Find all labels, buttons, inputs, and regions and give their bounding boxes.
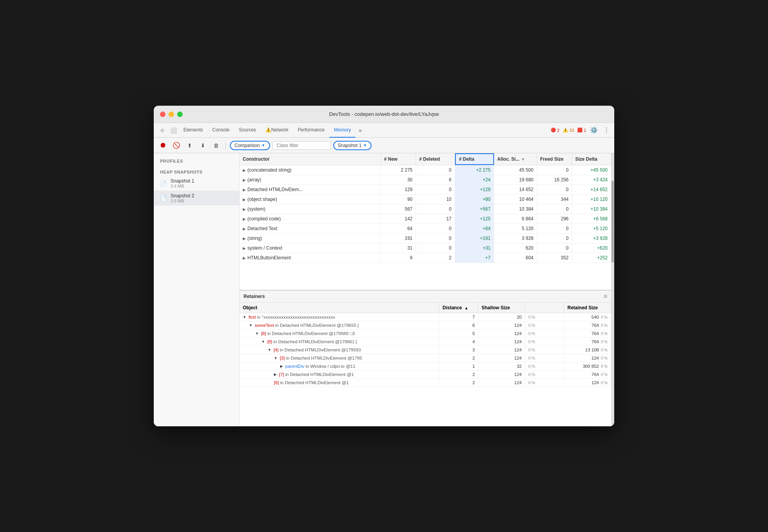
main-content: Profiles HEAP SNAPSHOTS 📄 Snapshot 1 3.4… — [154, 153, 614, 426]
upload-button[interactable]: ⬆ — [184, 140, 195, 151]
expand-icon[interactable]: ▶ — [274, 372, 277, 376]
table-row[interactable]: ▶ (string) 191 0 +191 3 928 0 +3 928 — [240, 234, 611, 243]
retainer-row[interactable]: ▶ parentDiv in Window / cdpn.io @11 1 32… — [240, 362, 611, 371]
clear-button[interactable]: 🚫 — [171, 140, 182, 151]
td-deleted: 17 — [416, 214, 455, 223]
window-title: DevTools - codepen.io/web-dot-dev/live/L… — [329, 111, 439, 117]
table-area: Constructor # New # Deleted # Delta Allo… — [240, 153, 611, 426]
more-tabs-button[interactable]: » — [356, 127, 365, 133]
expand-icon[interactable]: ▼ — [243, 315, 246, 319]
retainer-row[interactable]: [6] in Detached HTMLDivElement @1 2 124 … — [240, 379, 611, 387]
expand-icon[interactable]: ▼ — [274, 356, 277, 360]
expand-icon[interactable]: ▶ — [243, 217, 246, 221]
td-alloc: 14 652 — [494, 185, 537, 194]
expand-icon[interactable]: ▶ — [243, 256, 246, 260]
expand-icon[interactable]: ▼ — [261, 340, 265, 344]
table-row[interactable]: ▶ (system) 567 0 +567 10 384 0 +10 384 — [240, 204, 611, 214]
rtd-distance: 4 — [439, 338, 478, 346]
retainer-row[interactable]: ▼ someText in Detached HTMLDivElement @1… — [240, 321, 611, 330]
td-alloc: 5 120 — [494, 224, 537, 233]
td-constructor: ▶ HTMLButtonElement — [240, 253, 381, 262]
td-deleted: 0 — [416, 243, 455, 253]
rtd-distance: 7 — [439, 313, 478, 321]
table-row[interactable]: ▶ system / Context 31 0 +31 620 0 +620 — [240, 243, 611, 253]
td-freed: 344 — [537, 195, 572, 204]
tab-elements[interactable]: Elements — [179, 123, 208, 138]
settings-icon[interactable]: ⚙️ — [589, 126, 599, 135]
table-row[interactable]: ▶ (object shape) 90 10 +80 10 464 344 +1… — [240, 195, 611, 204]
more-options-icon[interactable]: ⋮ — [602, 126, 611, 135]
select-element-icon[interactable]: ⊹ — [157, 125, 168, 136]
rth-shallow-pct — [525, 303, 564, 313]
td-delta: +2 275 — [455, 165, 494, 175]
table-row[interactable]: ▶ (concatenated string) 2 275 0 +2 275 4… — [240, 165, 611, 175]
record-button[interactable]: ⏺ — [158, 140, 169, 151]
maximize-button[interactable] — [177, 112, 183, 117]
rtd-retained: 7640 % — [564, 321, 611, 329]
retainer-row[interactable]: ▼ [8] in Detached HTMLDivElement @179661… — [240, 338, 611, 346]
td-freed: 0 — [537, 185, 572, 194]
retainers-menu-icon[interactable]: ≡ — [604, 293, 607, 300]
expand-icon[interactable]: ▶ — [243, 227, 246, 231]
profiles-title: Profiles — [154, 157, 239, 165]
collect-garbage-icon[interactable]: 🗑 — [211, 140, 222, 151]
td-freed: 0 — [537, 224, 572, 233]
rth-shallow: Shallow Size — [478, 303, 525, 313]
tab-performance[interactable]: Performance — [293, 123, 329, 138]
minimize-button[interactable] — [169, 112, 174, 117]
download-button[interactable]: ⬇ — [197, 140, 208, 151]
retainer-row[interactable]: ▼ [4] in Detached HTMLDivElement @179593… — [240, 346, 611, 354]
table-row[interactable]: ▶ HTMLButtonElement 9 2 +7 604 352 +252 — [240, 253, 611, 263]
rtd-object: ▶ parentDiv in Window / cdpn.io @11 — [240, 362, 439, 370]
rtd-distance: 1 — [439, 362, 478, 370]
sidebar-item-snapshot2[interactable]: 📄 Snapshot 2 3.5 MB — [154, 191, 239, 206]
snapshot-dropdown[interactable]: Snapshot 1 ▼ — [333, 141, 372, 150]
expand-icon[interactable]: ▼ — [255, 332, 259, 335]
rtd-retained: 7640 % — [564, 338, 611, 346]
retainer-row[interactable]: ▶ [7] in Detached HTMLDivElement @1 2 12… — [240, 371, 611, 379]
rtd-shallow-pct: 0 % — [525, 346, 564, 354]
retainer-row[interactable]: ▼ [3] in Detached HTMLDivElement @1795 2… — [240, 354, 611, 362]
table-row[interactable]: ▶ Detached HTMLDivElem... 129 0 +129 14 … — [240, 185, 611, 195]
expand-icon[interactable]: ▶ — [243, 178, 246, 182]
tab-network[interactable]: ⚠️ Network — [261, 123, 293, 138]
rtd-shallow-pct: 0 % — [525, 379, 564, 387]
expand-icon[interactable]: ▼ — [268, 348, 271, 352]
comparison-dropdown[interactable]: Comparison ▼ — [230, 141, 270, 150]
table-row[interactable]: ▶ (compiled code) 142 17 +125 6 864 296 … — [240, 214, 611, 224]
expand-icon[interactable]: ▶ — [243, 246, 246, 250]
expand-icon[interactable]: ▶ — [243, 197, 246, 202]
rtd-shallow-pct: 0 % — [525, 321, 564, 329]
table-row[interactable]: ▶ (array) 30 6 +24 19 680 16 256 +3 424 — [240, 175, 611, 185]
th-delta[interactable]: # Delta — [455, 153, 494, 165]
rtd-object: ▼ someText in Detached HTMLDivElement @1… — [240, 321, 439, 329]
td-deleted: 0 — [416, 165, 455, 175]
td-new: 64 — [381, 224, 416, 233]
td-new: 31 — [381, 243, 416, 253]
retainer-row[interactable]: ▼ [8] in Detached HTMLDivElement @179589… — [240, 330, 611, 338]
rth-retained: Retained Size — [564, 303, 611, 313]
expand-icon[interactable]: ▶ — [243, 236, 246, 241]
expand-icon[interactable]: ▶ — [280, 364, 283, 368]
table-row[interactable]: ▶ Detached Text 64 0 +64 5 120 0 +5 120 — [240, 224, 611, 234]
td-delta: +31 — [455, 243, 494, 253]
td-constructor: ▶ Detached HTMLDivElem... — [240, 185, 381, 194]
retainer-row[interactable]: ▼ first in "xxxxxxxxxxxxxxxxxxxxxxxxxxxx… — [240, 313, 611, 321]
class-filter-input[interactable] — [272, 141, 331, 150]
rth-distance[interactable]: Distance▲ — [439, 303, 478, 313]
tab-console[interactable]: Console — [208, 123, 234, 138]
expand-icon[interactable]: ▼ — [249, 323, 252, 327]
close-button[interactable] — [160, 112, 165, 117]
expand-icon[interactable]: ▶ — [243, 207, 246, 211]
expand-icon[interactable]: ▶ — [243, 188, 246, 192]
expand-icon[interactable]: ▶ — [243, 168, 246, 172]
td-delta: +125 — [455, 214, 494, 223]
tab-sources[interactable]: Sources — [234, 123, 261, 138]
scrollbar[interactable] — [611, 153, 614, 426]
th-freed: Freed Size — [537, 153, 572, 165]
sidebar-item-snapshot1[interactable]: 📄 Snapshot 1 3.4 MB — [154, 176, 239, 191]
sort-icon: ▼ — [521, 157, 525, 161]
device-toolbar-icon[interactable]: ⬜ — [168, 125, 179, 136]
th-alloc[interactable]: Alloc. Si... ▼ — [494, 153, 537, 165]
tab-memory[interactable]: Memory — [329, 123, 356, 138]
